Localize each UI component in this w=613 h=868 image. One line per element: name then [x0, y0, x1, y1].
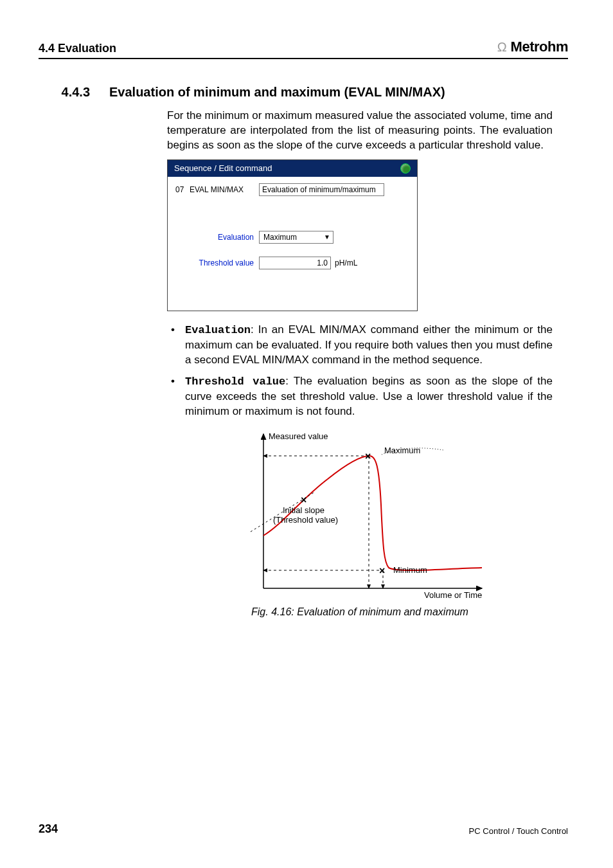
section-title: Evaluation of minimum and maximum (EVAL … [109, 85, 445, 100]
slope-label-l1: Initial slope [283, 505, 324, 515]
bullet-list: Evaluation: In an EVAL MIN/MAX command e… [167, 323, 553, 419]
step-name: EVAL MIN/MAX [190, 185, 259, 194]
brand-name: Metrohm [511, 39, 568, 55]
header-section: 4.4 Evaluation [39, 42, 116, 55]
minimum-label: Minimum [393, 565, 427, 575]
figure-caption: Fig. 4.16: Evaluation of minimum and max… [251, 606, 468, 618]
section-heading: 4.4.3 Evaluation of minimum and maximum … [39, 85, 568, 100]
evaluation-label: Evaluation [175, 233, 259, 242]
step-number: 07 [175, 185, 190, 194]
list-item: Threshold value: The evaluation begins a… [167, 374, 553, 419]
figure-4-16: Measured value Volume or Time × × Maximu… [167, 428, 553, 618]
footer-label: PC Control / Touch Control [469, 826, 568, 836]
dialog-titlebar: Sequence / Edit command [168, 160, 417, 177]
evaluation-select[interactable]: Maximum ▼ [259, 231, 333, 244]
threshold-unit: pH/mL [335, 258, 357, 267]
section-number: 4.4.3 [39, 85, 90, 100]
threshold-label: Threshold value [175, 258, 259, 267]
dialog-title-text: Sequence / Edit command [174, 163, 272, 173]
y-axis-label: Measured value [269, 431, 328, 441]
brand-block: Ω Metrohm [497, 39, 568, 55]
threshold-input[interactable]: 1.0 [259, 257, 331, 269]
slope-label-l2: (Threshold value) [273, 515, 338, 525]
status-dot-icon [400, 163, 411, 174]
bullet-keyword: Evaluation [185, 324, 251, 336]
svg-text:×: × [379, 565, 385, 576]
page-footer: 234 PC Control / Touch Control [39, 822, 568, 836]
intro-paragraph: For the minimum or maximum measured valu… [167, 109, 553, 153]
dialog-sequence-edit: Sequence / Edit command 07 EVAL MIN/MAX … [167, 159, 418, 311]
figure-svg: Measured value Volume or Time × × Maximu… [231, 428, 488, 601]
svg-text:×: × [365, 451, 371, 462]
step-description-input[interactable]: Evaluation of minimum/maximum [259, 183, 384, 196]
page-number: 234 [39, 822, 58, 836]
x-axis-label: Volume or Time [424, 590, 482, 600]
evaluation-value: Maximum [260, 231, 321, 243]
list-item: Evaluation: In an EVAL MIN/MAX command e… [167, 323, 553, 368]
bullet-keyword: Threshold value [185, 375, 285, 388]
svg-text:×: × [301, 494, 306, 505]
brand-icon: Ω [497, 40, 507, 55]
maximum-label: Maximum [384, 446, 420, 455]
page-header: 4.4 Evaluation Ω Metrohm [39, 39, 568, 59]
chevron-down-icon: ▼ [321, 233, 333, 240]
